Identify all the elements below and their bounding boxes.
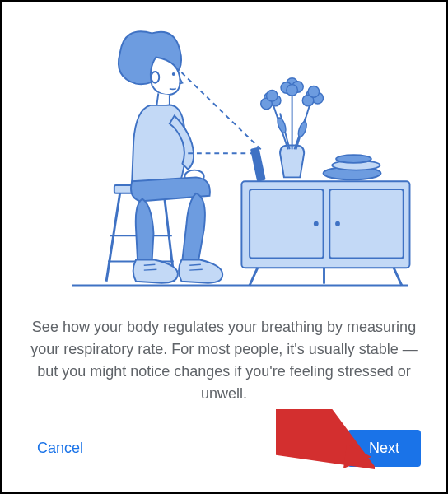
svg-point-38 [152, 72, 160, 83]
svg-line-44 [144, 269, 157, 270]
svg-line-45 [181, 72, 260, 149]
svg-line-7 [394, 268, 402, 285]
next-button[interactable]: Next [348, 430, 421, 467]
svg-line-6 [250, 268, 258, 285]
svg-point-28 [308, 86, 320, 98]
svg-point-5 [335, 221, 340, 226]
dialog-frame: See how your body regulates your breathi… [0, 0, 448, 494]
cancel-button[interactable]: Cancel [27, 433, 93, 464]
svg-line-43 [144, 264, 156, 265]
description-text: See how your body regulates your breathi… [24, 316, 424, 405]
svg-line-41 [189, 264, 201, 265]
illustration-container [24, 19, 424, 300]
dialog-card: See how your body regulates your breathi… [9, 9, 439, 485]
svg-point-11 [336, 155, 371, 163]
svg-rect-31 [250, 147, 266, 182]
svg-point-4 [314, 221, 319, 226]
button-row: Cancel Next [24, 430, 424, 470]
svg-rect-1 [241, 181, 409, 268]
svg-point-29 [276, 117, 287, 134]
svg-point-39 [172, 72, 175, 76]
respiratory-illustration-icon [24, 19, 424, 300]
svg-line-33 [106, 193, 120, 282]
svg-point-24 [287, 85, 298, 96]
svg-line-42 [189, 269, 203, 270]
svg-point-20 [267, 90, 278, 101]
svg-point-30 [296, 121, 308, 138]
